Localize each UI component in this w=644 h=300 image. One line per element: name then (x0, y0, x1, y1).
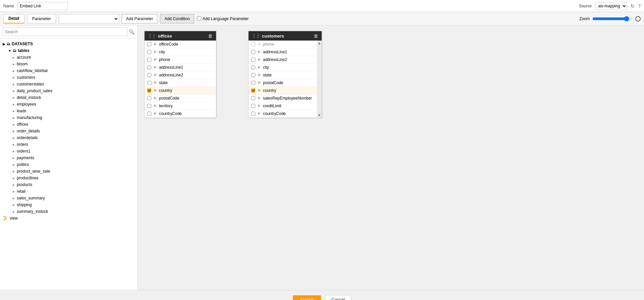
country-checkbox[interactable] (147, 88, 151, 93)
table-row: 👁 addressLine1 (145, 64, 216, 71)
phone-checkbox[interactable] (147, 58, 151, 62)
offices-table-card: ⋮⋮ offices 🗑 👁 officeCode 👁 city 👁 phone (144, 31, 216, 118)
arrow-icon: ▶ (3, 42, 5, 46)
zoom-slider[interactable] (592, 16, 633, 21)
cust-state-checkbox[interactable] (251, 73, 255, 77)
tab-parameter[interactable]: Parameter (27, 14, 56, 23)
eye-icon: 👁 (153, 88, 157, 93)
tables-section[interactable]: ▼ 🗂 tables (0, 47, 137, 54)
lang-param-label: Add Language Parameter (197, 16, 249, 21)
countrycode-checkbox[interactable] (147, 112, 151, 116)
table-row: 👁 countryCode (249, 110, 322, 118)
table-row: 👁 countryCode (145, 110, 216, 118)
help-icon[interactable]: ? (638, 3, 641, 9)
search-input[interactable] (3, 27, 127, 36)
tree-item-orders1[interactable]: ►orders1 (0, 148, 137, 155)
tree-item-retail[interactable]: ►retail (0, 188, 137, 195)
tree-item-summary-instock[interactable]: ►summary_instock (0, 208, 137, 215)
tab-detail[interactable]: Detail (3, 14, 24, 23)
table-row: 👁 salesRepEmployeeNumber (249, 95, 322, 102)
source-select[interactable]: aiv-mapping (595, 2, 627, 10)
cust-addressline2-checkbox[interactable] (251, 58, 255, 62)
tree-item-employees[interactable]: ►employees (0, 101, 137, 108)
zoom-label: Zoom (579, 16, 590, 21)
table-row: 👁 state (249, 71, 322, 79)
tree-item-productlines[interactable]: ►productlines (0, 175, 137, 181)
customers-delete-button[interactable]: 🗑 (314, 33, 318, 39)
eye-icon: 👁 (257, 96, 261, 100)
tree-item-bloom[interactable]: ►bloom (0, 61, 137, 67)
view-item[interactable]: 📜 view (0, 215, 137, 222)
cust-phone-checkbox[interactable] (251, 42, 255, 46)
cust-addressline1-checkbox[interactable] (251, 50, 255, 54)
search-box: 🔍 (0, 25, 137, 39)
addressline2-checkbox[interactable] (147, 73, 151, 77)
cust-countrycode-checkbox[interactable] (251, 112, 255, 116)
tree-item-sales-summary[interactable]: ►sales_summary (0, 195, 137, 201)
table-row: 👁 city (145, 48, 216, 56)
tree-item-orders[interactable]: ►orders (0, 141, 137, 148)
scroll-down[interactable]: ▼ (317, 113, 322, 118)
source-label: Source (579, 4, 592, 8)
customers-country-row: 👁 country (249, 87, 322, 95)
customers-table-header: ⋮⋮ customers 🗑 (249, 31, 322, 41)
tree-item-manufacturing[interactable]: ►manufacturing (0, 114, 137, 121)
table-row: 👁 postalCode (249, 79, 322, 87)
name-label: Name (3, 4, 14, 8)
cust-country-checkbox[interactable] (251, 88, 255, 93)
lang-param-checkbox[interactable] (197, 16, 201, 21)
view-label: view (10, 216, 18, 221)
eye-icon: 👁 (153, 50, 157, 54)
add-condition-button[interactable]: Add Condition (160, 14, 194, 23)
cust-city-checkbox[interactable] (251, 65, 255, 69)
offices-table-icon: ⋮⋮ (148, 34, 156, 38)
add-parameter-button[interactable]: Add Parameter (122, 14, 158, 23)
postalcode-checkbox[interactable] (147, 96, 151, 100)
action-bar: Submit Cancel (0, 290, 644, 300)
tree-item-product-wise-sale[interactable]: ►product_wise_sale (0, 168, 137, 175)
tree-item-payments[interactable]: ►payments (0, 155, 137, 161)
tree-area: ▶ 🗂 DATASETS ▼ 🗂 tables ►account ►bloom … (0, 39, 137, 290)
offices-table-title: offices (158, 34, 172, 39)
eye-icon: 👁 (257, 104, 261, 108)
tree-item-daily-product-sales[interactable]: ►daily_product_sales (0, 87, 137, 94)
tree-item-offices[interactable]: ►offices (0, 121, 137, 128)
tree-item-detail-instock[interactable]: ►detail_instock (0, 94, 137, 101)
tab-dropdown[interactable] (59, 14, 119, 23)
left-panel: 🔍 ▶ 🗂 DATASETS ▼ 🗂 tables ►account ►bloo… (0, 25, 138, 290)
eye-icon: 👁 (257, 42, 261, 46)
cust-postalcode-checkbox[interactable] (251, 81, 255, 85)
officecode-checkbox[interactable] (147, 42, 151, 46)
tree-item-account[interactable]: ►account (0, 54, 137, 61)
datasets-root[interactable]: ▶ 🗂 DATASETS (0, 41, 137, 47)
search-icon-button[interactable]: 🔍 (129, 29, 135, 35)
addressline1-checkbox[interactable] (147, 65, 151, 69)
eye-icon: 👁 (153, 81, 157, 85)
territory-checkbox[interactable] (147, 104, 151, 108)
submit-button[interactable]: Submit (293, 295, 321, 300)
eye-icon: 👁 (257, 112, 261, 116)
offices-delete-button[interactable]: 🗑 (208, 33, 213, 39)
offices-header-left: ⋮⋮ offices (148, 34, 172, 39)
table-row: 👁 state (145, 79, 216, 87)
tree-item-customerstates[interactable]: ►customerstates (0, 81, 137, 87)
tree-item-order-details[interactable]: ►order_details (0, 128, 137, 134)
customers-header-left: ⋮⋮ customers (252, 34, 284, 39)
cust-creditlimit-checkbox[interactable] (251, 104, 255, 108)
tree-item-products[interactable]: ►products (0, 181, 137, 188)
name-input[interactable] (17, 2, 68, 10)
city-checkbox[interactable] (147, 50, 151, 54)
tree-item-leads[interactable]: ►leads (0, 108, 137, 114)
tree-item-politics[interactable]: ►politics (0, 161, 137, 168)
cust-salesrep-checkbox[interactable] (251, 96, 255, 100)
tree-item-customers[interactable]: ►customers (0, 74, 137, 81)
cancel-button[interactable]: Cancel (325, 295, 351, 300)
eye-icon: 👁 (257, 58, 261, 62)
refresh-icon[interactable]: ↻ (631, 3, 635, 9)
tree-item-shipping[interactable]: ►shipping (0, 201, 137, 208)
eye-icon: 👁 (153, 96, 157, 100)
eye-icon: 👁 (257, 65, 261, 69)
tree-item-orderdetails[interactable]: ►orderdetails (0, 134, 137, 141)
tree-item-cashflow[interactable]: ►cashflow_bibirbal (0, 67, 137, 74)
state-checkbox[interactable] (147, 81, 151, 85)
